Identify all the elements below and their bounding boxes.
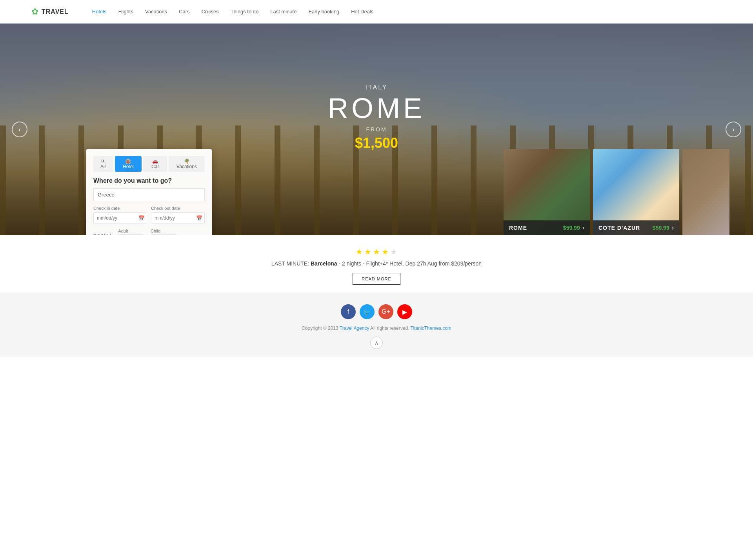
hero-section: ‹ ITALY ROME FROM $1,500 › ✈ Air 🏨 Hotel…	[0, 24, 753, 235]
prev-arrow-button[interactable]: ‹	[12, 122, 27, 137]
dest-card-rome-arrow-icon: ›	[582, 224, 584, 231]
nav-last-minute[interactable]: Last minute	[270, 9, 296, 15]
logo[interactable]: ✿ TRAVEL	[31, 7, 69, 17]
dest-card-rome-name: ROME	[509, 225, 527, 231]
adult-stepper: − 2 +	[118, 234, 144, 235]
search-tabs: ✈ Air 🏨 Hotel 🚗 Car 🌴 Vacations	[93, 156, 205, 172]
header: ✿ TRAVEL Hotels Flights Vacations Cars C…	[0, 0, 753, 24]
hero-price: $1,500	[328, 135, 425, 151]
checkout-input-wrap: 📅	[151, 212, 205, 224]
dest-card-rome-price-group: $59.99 ›	[563, 224, 584, 231]
read-more-button[interactable]: READ MORE	[353, 273, 400, 285]
checkout-group: Check out date 📅	[151, 206, 205, 224]
adult-label: Adult	[118, 229, 144, 233]
star-rating: ★ ★ ★ ★ ★	[0, 247, 753, 256]
search-question: Where do you want to go?	[93, 177, 205, 184]
back-to-top-icon: ∧	[375, 340, 378, 346]
footer: f 🐦 G+ ▶ Copyright © 2013 Travel Agency …	[0, 293, 753, 357]
promo-prefix: LAST MINUTE:	[271, 260, 311, 267]
nav-cars[interactable]: Cars	[179, 9, 189, 15]
dest-card-cote-overlay: COTE D'AZUR $59.99 ›	[593, 220, 679, 235]
adult-decrement-button[interactable]: −	[118, 235, 126, 235]
room-row: ROOM 1 Adult − 2 + Child − 1 +	[93, 229, 205, 235]
dest-card-cote-price: $59.99	[653, 225, 669, 231]
footer-copyright: Copyright © 2013 Travel Agency All right…	[0, 325, 753, 331]
nav-early-booking[interactable]: Early booking	[308, 9, 339, 15]
tab-vacations[interactable]: 🌴 Vacations	[169, 156, 205, 172]
promo-text: LAST MINUTE: Barcelona - 2 nights - Flig…	[0, 260, 753, 267]
nav-flights[interactable]: Flights	[118, 9, 133, 15]
hero-country: ITALY	[328, 84, 425, 91]
checkin-input-wrap: 📅	[93, 212, 147, 224]
next-arrow-icon: ›	[732, 125, 735, 134]
child-stepper: − 1 +	[151, 234, 177, 235]
copyright-text: Copyright © 2013	[302, 325, 340, 331]
star-4: ★	[382, 247, 389, 256]
dest-card-rome-price: $59.99	[563, 225, 580, 231]
nav-cruises[interactable]: Cruises	[202, 9, 219, 15]
child-value: 1	[159, 235, 169, 235]
nav-hotels[interactable]: Hotels	[92, 9, 107, 15]
child-label: Child	[151, 229, 177, 233]
dest-card-cote-name: COTE D'AZUR	[598, 225, 640, 231]
adult-increment-button[interactable]: +	[136, 235, 144, 235]
destination-cards: ROME $59.99 › COTE D'AZUR $59.99 ›	[504, 149, 729, 235]
checkin-label: Check in date	[93, 206, 147, 211]
nav-things-to-do[interactable]: Things to do	[231, 9, 259, 15]
hero-content: ITALY ROME FROM $1,500	[328, 84, 425, 151]
promo-section: ★ ★ ★ ★ ★ LAST MINUTE: Barcelona - 2 nig…	[0, 235, 753, 293]
search-destination-input[interactable]	[93, 188, 205, 201]
dest-card-rome-overlay: ROME $59.99 ›	[504, 220, 590, 235]
checkout-calendar-icon: 📅	[196, 215, 202, 221]
checkout-label: Check out date	[151, 206, 205, 211]
twitter-icon[interactable]: 🐦	[360, 304, 375, 319]
star-2: ★	[364, 247, 371, 256]
dest-card-cote-arrow-icon: ›	[672, 224, 674, 231]
child-increment-button[interactable]: +	[169, 235, 176, 235]
main-nav: Hotels Flights Vacations Cars Cruises Th…	[92, 9, 373, 15]
star-5: ★	[390, 247, 397, 256]
nav-hot-deals[interactable]: Hot Deals	[351, 9, 373, 15]
hero-from-label: FROM	[328, 126, 425, 133]
youtube-icon[interactable]: ▶	[397, 304, 412, 319]
adult-group: Adult − 2 +	[118, 229, 144, 235]
next-arrow-button[interactable]: ›	[726, 122, 741, 137]
nav-vacations[interactable]: Vacations	[145, 9, 167, 15]
child-group: Child − 1 +	[151, 229, 177, 235]
tab-car[interactable]: 🚗 Car	[143, 156, 167, 172]
back-to-top-button[interactable]: ∧	[370, 336, 383, 349]
star-3: ★	[373, 247, 380, 256]
dest-card-cote-dazur[interactable]: COTE D'AZUR $59.99 ›	[593, 149, 679, 235]
rights-text: All rights reserved.	[369, 325, 410, 331]
tab-hotel[interactable]: 🏨 Hotel	[115, 156, 142, 172]
checkin-calendar-icon: 📅	[138, 215, 145, 221]
star-1: ★	[356, 247, 363, 256]
logo-text: TRAVEL	[42, 8, 69, 15]
google-icon[interactable]: G+	[378, 304, 393, 319]
tab-air[interactable]: ✈ Air	[93, 156, 113, 172]
theme-link[interactable]: TitanicThemes.com	[411, 325, 451, 331]
promo-details: - 2 nights - Flight+4* Hotel, Dep 27h Au…	[337, 260, 482, 267]
facebook-icon[interactable]: f	[341, 304, 356, 319]
search-box: ✈ Air 🏨 Hotel 🚗 Car 🌴 Vacations Where do…	[86, 149, 212, 235]
hero-city: ROME	[328, 94, 425, 122]
logo-icon: ✿	[31, 7, 38, 17]
date-row: Check in date 📅 Check out date 📅	[93, 206, 205, 224]
adult-value: 2	[126, 235, 136, 235]
prev-arrow-icon: ‹	[18, 125, 21, 134]
dest-card-partial-image	[682, 149, 729, 235]
dest-card-cote-price-group: $59.99 ›	[653, 224, 674, 231]
social-icons-row: f 🐦 G+ ▶	[0, 304, 753, 319]
dest-card-rome[interactable]: ROME $59.99 ›	[504, 149, 590, 235]
room-label: ROOM 1	[93, 234, 112, 235]
agency-link[interactable]: Travel Agency	[340, 325, 369, 331]
dest-card-partial	[682, 149, 729, 235]
checkin-group: Check in date 📅	[93, 206, 147, 224]
promo-city: Barcelona	[311, 260, 337, 267]
child-decrement-button[interactable]: −	[151, 235, 159, 235]
